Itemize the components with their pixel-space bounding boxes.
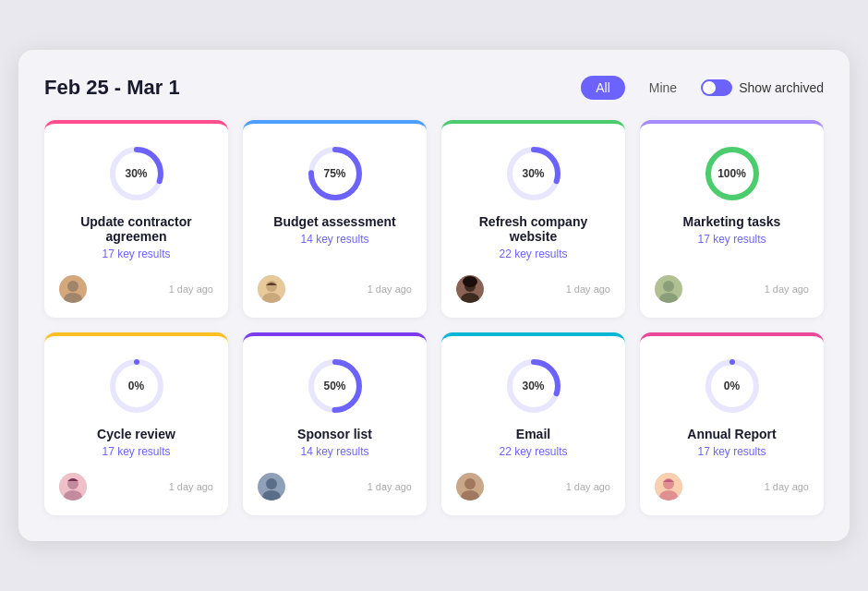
card-progress: 50% — [306, 356, 365, 416]
card-title: Sponsor list — [297, 427, 372, 441]
avatar — [456, 275, 484, 303]
show-archived-label: Show archived — [739, 80, 824, 95]
donut-chart: 30% — [504, 356, 563, 416]
card-key-results: 22 key results — [499, 445, 567, 458]
card-key-results: 17 key results — [102, 445, 170, 458]
card-title: Budget assessment — [273, 214, 395, 229]
card-card-1[interactable]: 30% Update contractor agreemen 17 key re… — [44, 120, 228, 318]
time-ago: 1 day ago — [566, 283, 610, 295]
card-footer: 1 day ago — [655, 275, 809, 303]
svg-point-8 — [266, 281, 277, 292]
time-ago: 1 day ago — [169, 283, 213, 295]
filter-mine-button[interactable]: Mine — [634, 76, 692, 100]
toggle-thumb — [703, 81, 716, 94]
svg-point-3 — [67, 281, 78, 292]
svg-point-19 — [663, 281, 674, 292]
card-card-7[interactable]: 30% Email 22 key results 1 day ago — [441, 332, 625, 515]
avatar — [655, 275, 682, 303]
card-footer: 1 day ago — [456, 275, 610, 303]
donut-chart: 100% — [703, 144, 762, 203]
avatar — [258, 275, 285, 303]
avatar — [456, 473, 484, 501]
card-card-2[interactable]: 75% Budget assessment 14 key results 1 d… — [243, 120, 427, 318]
filter-all-button[interactable]: All — [581, 76, 625, 100]
card-card-6[interactable]: 50% Sponsor list 14 key results 1 day ag… — [243, 332, 427, 515]
avatar — [59, 275, 87, 303]
show-archived-toggle[interactable] — [701, 79, 732, 96]
cards-grid: 30% Update contractor agreemen 17 key re… — [44, 120, 824, 515]
time-ago: 1 day ago — [169, 481, 213, 492]
donut-label: 100% — [717, 167, 746, 180]
time-ago: 1 day ago — [765, 481, 809, 492]
card-key-results: 17 key results — [697, 445, 766, 458]
donut-label: 0% — [128, 380, 144, 392]
card-card-8[interactable]: 0% Annual Report 17 key results 1 day ag… — [640, 332, 824, 515]
time-ago: 1 day ago — [566, 481, 610, 492]
donut-chart: 0% — [107, 356, 166, 416]
card-title: Update contractor agreemen — [59, 214, 213, 244]
date-range: Feb 25 - Mar 1 — [44, 76, 180, 100]
card-key-results: 22 key results — [499, 247, 567, 260]
card-key-results: 14 key results — [300, 233, 368, 246]
avatar — [258, 473, 285, 501]
header: Feb 25 - Mar 1 All Mine Show archived — [44, 76, 824, 100]
card-progress: 75% — [306, 144, 365, 203]
card-key-results: 17 key results — [697, 233, 766, 246]
card-key-results: 14 key results — [300, 445, 368, 458]
donut-label: 30% — [522, 380, 544, 392]
card-progress: 30% — [504, 356, 563, 416]
donut-chart: 30% — [504, 144, 563, 203]
card-footer: 1 day ago — [655, 473, 809, 501]
card-footer: 1 day ago — [258, 275, 412, 303]
donut-chart: 50% — [306, 356, 365, 416]
header-controls: All Mine Show archived — [581, 76, 824, 100]
card-footer: 1 day ago — [59, 473, 213, 501]
card-card-5[interactable]: 0% Cycle review 17 key results 1 day ago — [44, 332, 228, 515]
avatar — [59, 473, 87, 501]
card-key-results: 17 key results — [102, 247, 170, 260]
donut-label: 0% — [724, 380, 740, 392]
donut-label: 30% — [522, 167, 544, 180]
donut-chart: 75% — [306, 144, 365, 203]
svg-point-15 — [463, 276, 477, 287]
time-ago: 1 day ago — [368, 283, 412, 295]
donut-label: 30% — [125, 167, 147, 180]
card-footer: 1 day ago — [456, 473, 610, 501]
card-progress: 30% — [504, 144, 563, 203]
card-footer: 1 day ago — [258, 473, 412, 501]
time-ago: 1 day ago — [765, 283, 809, 295]
card-card-3[interactable]: 30% Refresh company website 22 key resul… — [441, 120, 625, 318]
card-progress: 0% — [703, 356, 762, 416]
time-ago: 1 day ago — [368, 481, 412, 492]
svg-point-29 — [266, 478, 277, 489]
card-title: Marketing tasks — [683, 214, 781, 229]
card-footer: 1 day ago — [59, 275, 213, 303]
card-card-4[interactable]: 100% Marketing tasks 17 key results 1 da… — [640, 120, 824, 318]
card-progress: 100% — [703, 144, 762, 203]
card-title: Cycle review — [97, 427, 175, 441]
svg-point-34 — [464, 478, 476, 489]
donut-label: 75% — [323, 167, 345, 180]
card-title: Annual Report — [687, 427, 776, 441]
avatar — [655, 473, 682, 501]
card-progress: 30% — [107, 144, 166, 203]
app-container: Feb 25 - Mar 1 All Mine Show archived 30… — [18, 50, 850, 541]
card-progress: 0% — [107, 356, 166, 416]
donut-chart: 0% — [703, 356, 762, 416]
show-archived-toggle-container: Show archived — [701, 79, 824, 96]
donut-label: 50% — [323, 380, 345, 392]
donut-chart: 30% — [107, 144, 166, 203]
card-title: Refresh company website — [456, 214, 610, 244]
card-title: Email — [516, 427, 550, 441]
